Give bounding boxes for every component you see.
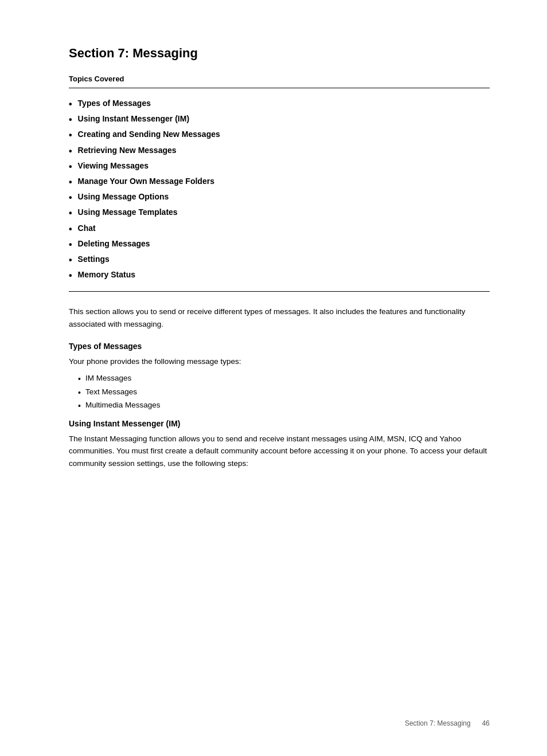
divider-bottom: [69, 291, 490, 292]
topic-item: Retrieving New Messages: [69, 146, 490, 156]
using-im-title: Using Instant Messenger (IM): [69, 419, 490, 428]
divider-top: [69, 88, 490, 88]
topic-item: Creating and Sending New Messages: [69, 130, 490, 140]
message-types-list: IM MessagesText MessagesMultimedia Messa…: [78, 374, 490, 412]
topic-item: Manage Your Own Message Folders: [69, 177, 490, 187]
page-container: Section 7: Messaging Topics Covered Type…: [0, 0, 547, 756]
message-type-item: Multimedia Messages: [78, 401, 490, 412]
topic-item: Settings: [69, 254, 490, 265]
intro-text: This section allows you to send or recei…: [69, 305, 490, 330]
using-im-body: The Instant Messaging function allows yo…: [69, 433, 490, 470]
topic-item: Memory Status: [69, 270, 490, 281]
topic-item: Types of Messages: [69, 99, 490, 109]
types-of-messages-title: Types of Messages: [69, 342, 490, 351]
footer-section-label: Section 7: Messaging: [405, 719, 471, 727]
types-of-messages-body: Your phone provides the following messag…: [69, 355, 490, 368]
topic-item: Using Message Templates: [69, 207, 490, 218]
topics-covered-label: Topics Covered: [69, 75, 490, 83]
topic-item: Using Instant Messenger (IM): [69, 114, 490, 125]
section-title: Section 7: Messaging: [69, 46, 490, 61]
topic-item: Using Message Options: [69, 192, 490, 203]
topic-item: Chat: [69, 224, 490, 234]
topic-item: Deleting Messages: [69, 239, 490, 250]
message-type-item: Text Messages: [78, 387, 490, 399]
topic-item: Viewing Messages: [69, 161, 490, 172]
footer: Section 7: Messaging 46: [405, 719, 490, 727]
footer-page-number: 46: [482, 719, 490, 727]
topics-list: Types of MessagesUsing Instant Messenger…: [69, 99, 490, 281]
message-type-item: IM Messages: [78, 374, 490, 385]
